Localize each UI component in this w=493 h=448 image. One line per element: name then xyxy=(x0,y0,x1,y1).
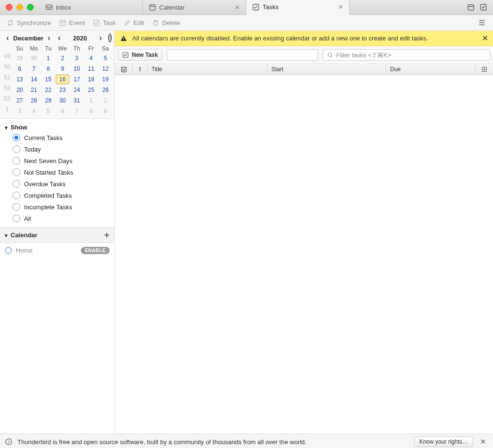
col-title[interactable]: Title xyxy=(148,64,267,75)
quick-task-input[interactable] xyxy=(167,49,318,61)
calendar-day[interactable]: 4 xyxy=(85,53,98,63)
calendar-day[interactable]: 24 xyxy=(70,85,84,95)
show-option[interactable]: Next Seven Days xyxy=(13,157,110,165)
calendar-day[interactable]: 29 xyxy=(13,53,26,63)
show-option[interactable]: Overdue Tasks xyxy=(13,180,110,188)
col-priority[interactable]: ! xyxy=(133,64,148,75)
calendar-heading[interactable]: Calendar xyxy=(5,231,38,239)
filter-tasks-input[interactable]: Filter tasks <⇧⌘K> xyxy=(323,49,490,61)
section-label: Show xyxy=(11,124,27,131)
calendar-day[interactable]: 8 xyxy=(85,106,98,116)
col-done[interactable] xyxy=(115,64,133,75)
calendar-shortcut-icon[interactable] xyxy=(467,3,475,11)
enable-badge[interactable]: ENABLE xyxy=(81,247,110,254)
calendar-day[interactable]: 15 xyxy=(41,75,55,84)
hamburger-menu-button[interactable] xyxy=(475,16,489,29)
close-icon[interactable]: ✕ xyxy=(235,4,240,11)
show-option[interactable]: Not Started Tasks xyxy=(13,168,110,176)
know-your-rights-button[interactable]: Know your rights… xyxy=(414,436,473,447)
prev-year-button[interactable] xyxy=(54,34,64,42)
delete-button[interactable]: Delete xyxy=(149,17,183,28)
calendar-day[interactable]: 7 xyxy=(27,64,41,74)
next-month-button[interactable] xyxy=(44,34,54,42)
calendar-day[interactable]: 28 xyxy=(27,96,41,105)
calendar-day[interactable]: 5 xyxy=(99,53,112,63)
show-option[interactable]: Current Tasks xyxy=(13,134,110,141)
close-status-button[interactable]: ✕ xyxy=(478,437,488,446)
tab-calendar[interactable]: Calendar ✕ xyxy=(143,0,246,14)
show-option[interactable]: Today xyxy=(13,145,110,153)
col-start[interactable]: Start xyxy=(267,64,386,75)
calendar-day[interactable]: 1 xyxy=(41,53,55,63)
calendar-day[interactable]: 13 xyxy=(13,75,26,84)
task-button[interactable]: Task xyxy=(90,17,119,28)
synchronize-button[interactable]: Synchronize xyxy=(4,17,54,28)
close-window-button[interactable] xyxy=(6,4,13,11)
calendar-day[interactable]: 10 xyxy=(70,64,84,74)
next-year-button[interactable] xyxy=(96,34,105,42)
calendar-day[interactable]: 18 xyxy=(85,75,98,84)
calendar-day[interactable]: 30 xyxy=(56,96,69,105)
calendar-day[interactable]: 8 xyxy=(41,64,55,74)
calendar-day[interactable]: 14 xyxy=(27,75,41,84)
event-button[interactable]: + Event xyxy=(56,17,88,28)
zoom-window-button[interactable] xyxy=(27,4,34,11)
calendar-day[interactable]: 19 xyxy=(99,75,112,84)
calendar-day[interactable]: 5 xyxy=(41,106,55,116)
calendar-day[interactable]: 31 xyxy=(70,96,84,105)
warning-icon xyxy=(120,35,127,42)
tasks-shortcut-icon[interactable] xyxy=(480,3,487,11)
tab-inbox[interactable]: Inbox xyxy=(39,0,143,14)
radio-icon xyxy=(13,134,20,141)
edit-button[interactable]: Edit xyxy=(121,17,147,28)
calendar-day[interactable]: 21 xyxy=(27,85,41,95)
calendar-day[interactable]: 29 xyxy=(41,96,55,105)
calendar-day[interactable]: 9 xyxy=(56,64,69,74)
new-task-button[interactable]: New Task xyxy=(118,49,162,61)
calendar-day[interactable]: 6 xyxy=(13,64,26,74)
calendar-item-home[interactable]: Home ENABLE xyxy=(0,243,114,258)
close-icon[interactable]: ✕ xyxy=(338,3,343,11)
calendar-day[interactable]: 7 xyxy=(70,106,84,116)
go-to-today-button[interactable] xyxy=(108,34,112,42)
task-toolbar: New Task Filter tasks <⇧⌘K> xyxy=(115,46,493,64)
show-option[interactable]: Completed Tasks xyxy=(13,192,110,199)
calendar-day[interactable]: 22 xyxy=(41,85,55,95)
calendar-day[interactable]: 16 xyxy=(56,75,69,84)
month-nav: December xyxy=(3,34,54,42)
calendar-day[interactable]: 26 xyxy=(99,85,112,95)
minimize-window-button[interactable] xyxy=(16,4,23,11)
svg-text:+: + xyxy=(62,22,63,25)
close-warning-button[interactable]: ✕ xyxy=(482,34,488,43)
show-option[interactable]: Incomplete Tasks xyxy=(13,203,110,211)
calendar-day[interactable]: 17 xyxy=(70,75,84,84)
calendar-day[interactable]: 6 xyxy=(56,106,69,116)
toolbar: Synchronize + Event Task Edit Delete xyxy=(0,15,493,31)
new-task-label: New Task xyxy=(132,51,158,58)
calendar-day[interactable]: 27 xyxy=(13,96,26,105)
show-option[interactable]: All xyxy=(13,215,110,222)
show-heading[interactable]: Show xyxy=(0,119,114,134)
calendar-day[interactable]: 11 xyxy=(85,64,98,74)
show-filter-list: Current TasksTodayNext Seven DaysNot Sta… xyxy=(0,134,114,227)
calendar-day[interactable]: 25 xyxy=(85,85,98,95)
sidebar: December 2020 SuMoTuWeThFrSa492930123455… xyxy=(0,31,115,434)
calendar-day[interactable]: 4 xyxy=(27,106,41,116)
calendar-day[interactable]: 3 xyxy=(13,106,26,116)
calendar-day[interactable]: 2 xyxy=(99,96,112,105)
tab-tasks[interactable]: Tasks ✕ xyxy=(246,0,350,15)
prev-month-button[interactable] xyxy=(3,34,13,42)
col-due[interactable]: Due xyxy=(386,64,476,75)
add-calendar-button[interactable]: + xyxy=(104,232,110,239)
calendar-day[interactable]: 9 xyxy=(99,106,112,116)
calendar-day[interactable]: 20 xyxy=(13,85,26,95)
calendar-day[interactable]: 3 xyxy=(70,53,84,63)
calendar-day[interactable]: 12 xyxy=(99,64,112,74)
calendar-day[interactable]: 1 xyxy=(85,96,98,105)
calendar-day[interactable]: 30 xyxy=(27,53,41,63)
svg-rect-6 xyxy=(468,5,474,10)
radio-icon xyxy=(13,180,20,188)
column-picker-button[interactable] xyxy=(476,64,493,75)
calendar-day[interactable]: 23 xyxy=(56,85,69,95)
calendar-day[interactable]: 2 xyxy=(56,53,69,63)
